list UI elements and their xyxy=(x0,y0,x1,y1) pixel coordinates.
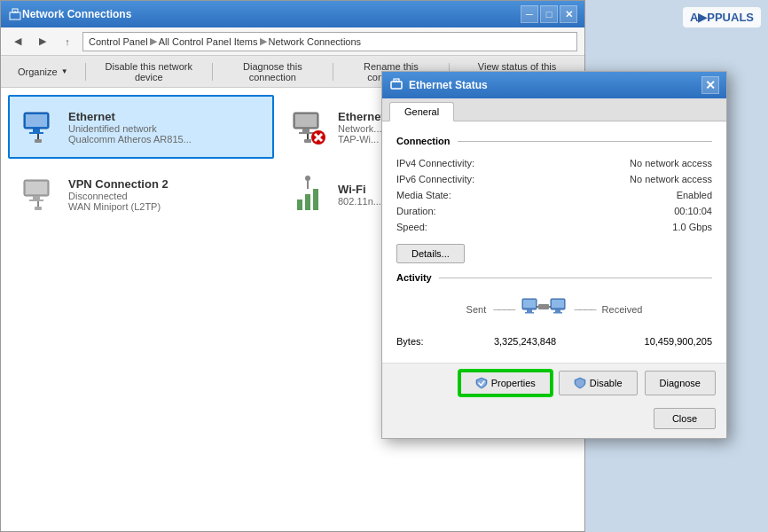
svg-rect-23 xyxy=(35,207,42,210)
connection-section-header: Connection xyxy=(396,136,712,146)
sent-label: Sent xyxy=(466,304,487,315)
disable-label: Disable this network device xyxy=(102,61,195,82)
disable-button[interactable]: Disable xyxy=(559,371,638,395)
media-state-label: Media State: xyxy=(396,190,451,200)
vpn-info: VPN Connection 2 Disconnected WAN Minipo… xyxy=(68,177,265,212)
vpn-status: Disconnected xyxy=(68,191,265,201)
minimize-button[interactable]: ─ xyxy=(521,5,538,23)
svg-rect-6 xyxy=(29,132,43,134)
dialog-close-btn[interactable]: Close xyxy=(654,408,716,429)
media-state-row: Media State: Enabled xyxy=(396,187,712,203)
svg-rect-29 xyxy=(391,82,402,89)
vpn-icon xyxy=(17,173,59,215)
address-bar: ◀ ▶ ↑ Control Panel ▶ All Control Panel … xyxy=(1,27,584,56)
activity-section-header: Activity xyxy=(396,272,712,283)
svg-rect-34 xyxy=(527,309,532,312)
svg-rect-20 xyxy=(33,196,40,200)
properties-shield-icon xyxy=(475,377,488,389)
organize-label: Organize xyxy=(18,66,58,77)
network-connections-icon xyxy=(8,7,22,21)
vpn-name: VPN Connection 2 xyxy=(68,177,265,191)
path-text: Control Panel xyxy=(89,36,148,47)
svg-rect-12 xyxy=(299,132,313,134)
up-button[interactable]: ↑ xyxy=(58,32,77,51)
properties-button[interactable]: Properties xyxy=(459,371,552,395)
ethernet-error-icon xyxy=(286,106,329,148)
dialog-close-row: Close xyxy=(382,403,726,438)
organize-button[interactable]: Organize ▼ xyxy=(8,59,78,84)
watermark: A▶PPUALS xyxy=(683,7,761,27)
activity-divider-line xyxy=(439,278,712,278)
svg-rect-24 xyxy=(297,200,302,210)
dialog-title: Ethernet Status xyxy=(409,79,488,91)
bytes-sent: 3,325,243,848 xyxy=(494,336,556,347)
svg-rect-35 xyxy=(525,312,534,314)
ipv4-label: IPv4 Connectivity: xyxy=(396,158,474,168)
path-sep-2: ▶ xyxy=(260,35,267,47)
bytes-label: Bytes: xyxy=(396,336,424,347)
vpn-adapter: WAN Miniport (L2TP) xyxy=(68,201,265,212)
network-item-vpn[interactable]: VPN Connection 2 Disconnected WAN Minipo… xyxy=(8,162,274,226)
dialog-title-bar: Ethernet Status ✕ xyxy=(382,72,726,98)
speed-row: Speed: 1.0 Gbps xyxy=(396,219,712,235)
diagnose-connection-button[interactable]: Diagnose this connection xyxy=(220,59,325,84)
svg-rect-0 xyxy=(10,12,20,20)
organize-arrow: ▼ xyxy=(61,67,68,75)
disable-shield-icon xyxy=(574,377,586,389)
tab-general[interactable]: General xyxy=(389,102,454,121)
bytes-received: 10,459,900,205 xyxy=(645,336,712,347)
dialog-close-button[interactable]: ✕ xyxy=(701,76,719,94)
watermark-text: A▶PPUALS xyxy=(690,11,754,24)
toolbar-separator-3 xyxy=(333,63,333,81)
ipv4-value: No network access xyxy=(630,158,712,168)
toolbar-separator-2 xyxy=(212,63,213,81)
details-button[interactable]: Details... xyxy=(396,244,465,263)
close-label: Close xyxy=(672,413,697,424)
dialog-footer: Properties Disable Diagnose xyxy=(382,363,726,403)
back-button[interactable]: ◀ xyxy=(8,32,27,51)
wifi-icon xyxy=(286,173,329,215)
diagnose-button[interactable]: Diagnose xyxy=(645,371,716,395)
svg-rect-25 xyxy=(305,194,310,210)
svg-rect-8 xyxy=(35,139,42,143)
ethernet-status-dialog: Ethernet Status ✕ General Connection IPv… xyxy=(381,71,727,439)
title-bar-controls: ─ □ ✕ xyxy=(521,5,577,23)
svg-rect-26 xyxy=(313,189,318,210)
disable-device-button[interactable]: Disable this network device xyxy=(92,59,205,84)
ipv6-value: No network access xyxy=(630,174,712,184)
svg-rect-11 xyxy=(302,129,310,132)
svg-rect-19 xyxy=(26,182,47,194)
svg-rect-33 xyxy=(523,300,536,308)
dialog-network-icon xyxy=(389,78,404,92)
svg-rect-37 xyxy=(552,300,564,308)
ethernet-adapter: Qualcomm Atheros AR815... xyxy=(68,134,265,145)
diagnose-label: Diagnose this connection xyxy=(230,61,316,82)
svg-rect-38 xyxy=(555,309,560,312)
path-sep-1: ▶ xyxy=(150,35,157,47)
path-text-3: Network Connections xyxy=(269,36,362,47)
dialog-tabs: General xyxy=(382,98,726,121)
maximize-button[interactable]: □ xyxy=(540,5,558,23)
network-item-ethernet[interactable]: Ethernet Unidentified network Qualcomm A… xyxy=(8,95,274,159)
connection-section-label: Connection xyxy=(396,136,451,146)
forward-button[interactable]: ▶ xyxy=(33,32,52,51)
ethernet-icon xyxy=(17,106,59,148)
toolbar-separator-1 xyxy=(85,63,86,81)
main-title-bar: Network Connections ─ □ ✕ xyxy=(1,1,584,27)
disable-label: Disable xyxy=(590,378,623,388)
activity-section-label: Activity xyxy=(396,272,432,283)
ethernet-status: Unidentified network xyxy=(68,123,265,134)
address-path[interactable]: Control Panel ▶ All Control Panel Items … xyxy=(82,32,577,51)
properties-label: Properties xyxy=(491,378,536,388)
svg-rect-40 xyxy=(538,304,549,309)
path-text-2: All Control Panel Items xyxy=(159,36,258,47)
ethernet-name: Ethernet xyxy=(68,110,265,123)
svg-rect-14 xyxy=(304,139,311,143)
close-main-button[interactable]: ✕ xyxy=(560,5,577,23)
media-state-value: Enabled xyxy=(677,190,712,200)
svg-rect-10 xyxy=(295,114,317,127)
duration-label: Duration: xyxy=(396,206,436,216)
duration-value: 00:10:04 xyxy=(674,206,712,216)
svg-rect-21 xyxy=(29,200,43,201)
sent-line: ──── xyxy=(493,304,513,315)
